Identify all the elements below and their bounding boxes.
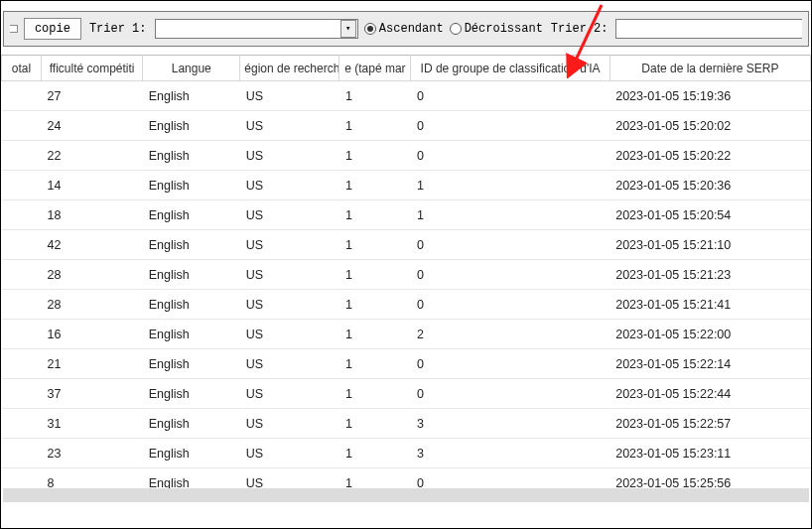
cell-date: 2023-01-05 15:20:22 <box>609 141 810 171</box>
trier1-combo[interactable]: ▾ <box>155 19 358 39</box>
table-row[interactable]: 28EnglishUS102023-01-05 15:21:23 <box>2 260 811 290</box>
cell-ai: 0 <box>411 290 609 320</box>
cell-total <box>2 349 42 379</box>
cell-total <box>2 379 42 409</box>
cell-tape: 1 <box>339 141 411 171</box>
cell-ai: 0 <box>411 349 609 379</box>
trier2-label: Trier 2: <box>549 22 610 36</box>
cell-lang: English <box>143 290 240 320</box>
cell-diff: 21 <box>42 349 143 379</box>
cell-tape: 1 <box>339 409 411 439</box>
cell-date: 2023-01-05 15:19:36 <box>609 81 810 111</box>
cell-tape: 1 <box>339 171 411 200</box>
cell-reg: US <box>240 439 339 468</box>
table-row[interactable]: 21EnglishUS102023-01-05 15:22:14 <box>2 349 811 379</box>
cell-reg: US <box>240 349 339 379</box>
cell-ai: 0 <box>411 260 609 290</box>
cell-date: 2023-01-05 15:22:57 <box>609 409 810 439</box>
trier2-combo[interactable] <box>615 19 802 39</box>
cell-tape: 1 <box>339 260 411 290</box>
cell-diff: 24 <box>42 111 143 141</box>
table-row[interactable]: 23EnglishUS132023-01-05 15:23:11 <box>2 439 811 468</box>
cell-total <box>2 439 42 468</box>
table-row[interactable]: 37EnglishUS102023-01-05 15:22:44 <box>2 379 811 409</box>
table-row[interactable]: 14EnglishUS112023-01-05 15:20:36 <box>2 171 811 200</box>
cell-total <box>2 290 42 320</box>
cell-lang: English <box>143 379 240 409</box>
cell-reg: US <box>240 320 339 349</box>
cell-total <box>2 141 42 171</box>
cell-date: 2023-01-05 15:22:14 <box>609 349 810 379</box>
horizontal-scrollbar[interactable] <box>3 488 809 502</box>
cell-ai: 0 <box>411 230 609 260</box>
cell-tape: 1 <box>339 111 411 141</box>
cell-total <box>2 171 42 200</box>
cell-date: 2023-01-05 15:21:41 <box>609 290 810 320</box>
cell-ai: 3 <box>411 439 609 468</box>
cell-reg: US <box>240 260 339 290</box>
cell-total <box>2 200 42 230</box>
cell-total <box>2 111 42 141</box>
cell-lang: English <box>143 111 240 141</box>
cell-total <box>2 230 42 260</box>
cell-date: 2023-01-05 15:22:44 <box>609 379 810 409</box>
ascendant-radio[interactable]: Ascendant <box>364 22 444 36</box>
cell-reg: US <box>240 230 339 260</box>
descroissant-radio[interactable]: Décroissant <box>450 22 543 36</box>
cell-ai: 0 <box>411 81 609 111</box>
cell-lang: English <box>143 141 240 171</box>
table-row[interactable]: 22EnglishUS102023-01-05 15:20:22 <box>2 141 811 171</box>
cell-ai: 3 <box>411 409 609 439</box>
toolbar: copie Trier 1: ▾ Ascendant Décroissant T… <box>3 11 809 47</box>
cell-diff: 14 <box>42 171 143 200</box>
table-row[interactable]: 42EnglishUS102023-01-05 15:21:10 <box>2 230 811 260</box>
cell-reg: US <box>240 171 339 200</box>
cell-ai: 2 <box>411 320 609 349</box>
col-tape[interactable]: e (tapé mar <box>339 56 411 81</box>
table-row[interactable]: 16EnglishUS122023-01-05 15:22:00 <box>2 320 811 349</box>
cell-tape: 1 <box>339 81 411 111</box>
cell-diff: 18 <box>42 200 143 230</box>
cell-lang: English <box>143 439 240 468</box>
cell-reg: US <box>240 200 339 230</box>
table-row[interactable]: 27EnglishUS102023-01-05 15:19:36 <box>2 81 811 111</box>
col-total[interactable]: otal <box>2 56 42 81</box>
cell-lang: English <box>143 260 240 290</box>
col-ai-group[interactable]: ID de groupe de classification d'IA <box>411 56 609 81</box>
cell-date: 2023-01-05 15:20:54 <box>609 200 810 230</box>
table-row[interactable]: 24EnglishUS102023-01-05 15:20:02 <box>2 111 811 141</box>
cell-diff: 31 <box>42 409 143 439</box>
table-row[interactable]: 28EnglishUS102023-01-05 15:21:41 <box>2 290 811 320</box>
col-date[interactable]: Date de la dernière SERP <box>609 56 810 81</box>
radio-icon <box>450 23 462 35</box>
cell-date: 2023-01-05 15:22:00 <box>609 320 810 349</box>
cell-ai: 1 <box>411 200 609 230</box>
cell-diff: 27 <box>42 81 143 111</box>
cell-diff: 16 <box>42 320 143 349</box>
cell-ai: 0 <box>411 379 609 409</box>
cell-reg: US <box>240 409 339 439</box>
cell-tape: 1 <box>339 320 411 349</box>
trier1-label: Trier 1: <box>87 22 149 36</box>
cell-reg: US <box>240 290 339 320</box>
toolbar-button-cut[interactable] <box>10 25 18 33</box>
cell-lang: English <box>143 81 240 111</box>
cell-lang: English <box>143 320 240 349</box>
cell-date: 2023-01-05 15:20:36 <box>609 171 810 200</box>
cell-date: 2023-01-05 15:21:10 <box>609 230 810 260</box>
table-row[interactable]: 31EnglishUS132023-01-05 15:22:57 <box>2 409 811 439</box>
cell-lang: English <box>143 200 240 230</box>
cell-total <box>2 260 42 290</box>
copie-button[interactable]: copie <box>24 18 81 40</box>
cell-reg: US <box>240 379 339 409</box>
cell-ai: 1 <box>411 171 609 200</box>
col-langue[interactable]: Langue <box>143 56 240 81</box>
cell-lang: English <box>143 230 240 260</box>
cell-lang: English <box>143 409 240 439</box>
col-region[interactable]: égion de recherch <box>240 56 339 81</box>
cell-ai: 0 <box>411 141 609 171</box>
cell-tape: 1 <box>339 230 411 260</box>
cell-lang: English <box>143 171 240 200</box>
table-row[interactable]: 18EnglishUS112023-01-05 15:20:54 <box>2 200 811 230</box>
col-difficulte[interactable]: fficulté compétiti <box>42 56 143 81</box>
